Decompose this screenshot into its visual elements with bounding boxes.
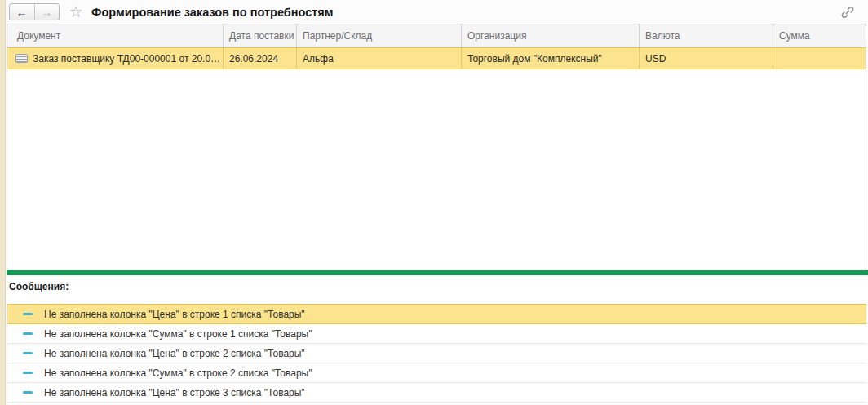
message-text: Не заполнена колонка "Цена" в строке 1 с… [44, 309, 305, 320]
get-link-button[interactable] [840, 5, 855, 20]
message-text: Не заполнена колонка "Цена" в строке 3 с… [44, 387, 305, 398]
favorite-button[interactable]: ☆ [65, 2, 86, 21]
forward-button[interactable]: → [35, 4, 60, 20]
cell-currency[interactable]: USD [640, 48, 773, 69]
link-icon [840, 5, 855, 20]
message-row[interactable]: Не заполнена колонка "Сумма" в строке 2 … [7, 363, 866, 383]
column-header-partner-warehouse[interactable]: Партнер/Склад [297, 24, 462, 47]
dash-icon [23, 352, 33, 354]
messages-list: Не заполнена колонка "Цена" в строке 1 с… [7, 304, 866, 405]
column-header-delivery-date[interactable]: Дата поставки [224, 24, 297, 47]
column-header-organization[interactable]: Организация [462, 24, 640, 47]
table-header-row: Документ Дата поставки Партнер/Склад Орг… [7, 24, 866, 47]
table-row[interactable]: Заказ поставщику ТД00-000001 от 20.06...… [7, 47, 866, 69]
panel-splitter[interactable] [7, 270, 868, 275]
document-icon [16, 54, 28, 63]
message-text: Не заполнена колонка "Цена" в строке 2 с… [44, 348, 305, 359]
dash-icon [23, 332, 33, 335]
document-title: Заказ поставщику ТД00-000001 от 20.06... [33, 53, 223, 65]
column-header-document[interactable]: Документ [7, 24, 224, 47]
cell-document[interactable]: Заказ поставщику ТД00-000001 от 20.06... [7, 48, 224, 69]
cell-organization[interactable]: Торговый дом "Комплексный" [462, 48, 640, 69]
adjacent-panel-edge [0, 0, 6, 405]
dash-icon [23, 313, 33, 315]
message-row[interactable]: Не заполнена колонка "Цена" в строке 1 с… [7, 304, 866, 324]
message-text: Не заполнена колонка "Сумма" в строке 2 … [44, 367, 312, 379]
back-button[interactable]: ← [10, 4, 35, 20]
cell-partner-warehouse[interactable]: Альфа [297, 48, 462, 69]
cell-delivery-date[interactable]: 26.06.2024 [224, 48, 297, 69]
cell-amount[interactable] [773, 48, 866, 69]
back-arrow-icon: ← [16, 7, 28, 18]
message-row[interactable]: Не заполнена колонка "Цена" в строке 3 с… [7, 383, 866, 403]
column-header-amount[interactable]: Сумма [773, 24, 866, 47]
messages-section-label: Сообщения: [9, 281, 69, 292]
forward-arrow-icon: → [41, 7, 52, 18]
dash-icon [23, 372, 33, 374]
message-text: Не заполнена колонка "Сумма" в строке 1 … [44, 328, 312, 340]
message-row[interactable]: Не заполнена колонка "Цена" в строке 2 с… [7, 344, 866, 363]
history-nav-group: ← → [9, 3, 60, 20]
message-row[interactable]: Не заполнена колонка "Сумма" в строке 1 … [7, 324, 866, 344]
page-title: Формирование заказов по потребностям [91, 0, 334, 24]
column-header-currency[interactable]: Валюта [640, 24, 773, 47]
form-toolbar: ← → ☆ Формирование заказов по потребност… [7, 0, 868, 24]
dash-icon [23, 391, 33, 394]
star-icon: ☆ [69, 2, 82, 21]
orders-table: Документ Дата поставки Партнер/Склад Орг… [7, 24, 866, 269]
app-window: ← → ☆ Формирование заказов по потребност… [0, 0, 868, 405]
